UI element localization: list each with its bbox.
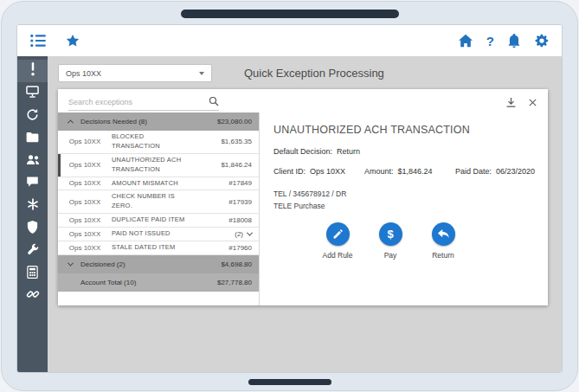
row-client: Ops 10XX <box>58 216 112 224</box>
sidebar-item-services[interactable] <box>17 195 48 217</box>
exception-row-selected[interactable]: Ops 10XX UNAUTHORIZED ACH TRANSACTION $1… <box>58 154 259 177</box>
sidebar-item-links[interactable] <box>17 285 48 307</box>
row-client: Ops 10XX <box>58 244 112 252</box>
wrench-icon <box>26 243 39 260</box>
return-label: Return <box>432 251 454 260</box>
sidebar-item-messages[interactable] <box>17 172 48 195</box>
toolbar-right-group: ? <box>458 33 550 48</box>
sidebar <box>17 56 48 372</box>
row-description: CHECK NUMBER IS ZERO. <box>112 192 186 211</box>
dollar-icon: $ <box>379 222 402 246</box>
alert-icon <box>30 62 35 80</box>
sidebar-item-alerts[interactable] <box>17 60 48 82</box>
exception-row[interactable]: Ops 10XX BLOCKED TRANSACTION $1,635.35 <box>58 131 259 154</box>
transaction-memo: TEL / 345678912 / DR TELE Purchase <box>273 189 534 212</box>
panel-body: Decisions Needed (8) $23,080.00 Ops 10XX… <box>58 112 548 305</box>
app-window: ? <box>16 24 563 373</box>
row-client: Ops 10XX <box>58 230 112 238</box>
monitor-icon <box>26 86 39 101</box>
account-selector[interactable]: Ops 10XX <box>58 64 212 82</box>
chat-icon <box>26 176 39 191</box>
help-icon[interactable]: ? <box>486 34 494 48</box>
row-client: Ops 10XX <box>58 138 112 145</box>
exception-row[interactable]: Ops 10XX CHECK NUMBER IS ZERO. #17939 <box>58 190 259 214</box>
row-value: #17939 <box>186 198 252 206</box>
exception-list: Decisions Needed (8) $23,080.00 Ops 10XX… <box>58 112 260 305</box>
sync-icon <box>26 108 39 125</box>
download-icon[interactable] <box>505 97 517 108</box>
chevron-up-icon <box>68 119 74 125</box>
chevron-down-icon <box>68 260 74 266</box>
pay-label: Pay <box>384 251 397 260</box>
asterisk-icon <box>27 198 39 214</box>
gear-icon[interactable] <box>534 33 550 48</box>
detail-actions: Add Rule $ Pay <box>273 222 534 260</box>
row-description: BLOCKED TRANSACTION <box>112 132 186 151</box>
tablet-top-speaker <box>181 10 399 18</box>
page-title: Quick Exception Processing <box>244 67 384 80</box>
row-description: UNAUTHORIZED ACH TRANSACTION <box>112 156 186 175</box>
return-button[interactable]: Return <box>428 222 459 260</box>
memo-line-1: TEL / 345678912 / DR <box>273 189 534 201</box>
home-icon[interactable] <box>458 34 473 48</box>
pencil-icon <box>326 222 350 246</box>
amount-label: Amount: <box>364 167 394 176</box>
sidebar-item-folders[interactable] <box>17 127 48 150</box>
content-header: Ops 10XX Quick Exception Processing <box>48 56 562 82</box>
tablet-frame: ? <box>1 1 578 391</box>
main-content: Ops 10XX Quick Exception Processing <box>48 56 562 372</box>
section-decisions-needed[interactable]: Decisions Needed (8) $23,080.00 <box>58 112 259 131</box>
folder-icon <box>26 131 39 146</box>
section-label: Decisions Needed (8) <box>80 118 147 125</box>
section-amount: $4,698.80 <box>221 260 252 268</box>
menu-icon[interactable] <box>29 34 47 48</box>
row-description: DUPLICATE PAID ITEM <box>112 215 186 225</box>
add-rule-button[interactable]: Add Rule <box>322 222 353 260</box>
amount-field: Amount: $1,846.24 <box>364 167 455 176</box>
row-value: (2) <box>186 230 243 238</box>
exception-row-group[interactable]: Ops 10XX PAID NOT ISSUED (2) <box>58 228 259 241</box>
pay-button[interactable]: $ Pay <box>375 222 406 260</box>
sidebar-item-tools[interactable] <box>17 240 48 262</box>
toolbar-left-group <box>29 33 80 48</box>
section-label: Account Total (10) <box>80 279 136 286</box>
row-description: AMOUNT MISMATCH <box>112 179 186 189</box>
link-icon <box>26 287 40 305</box>
calculator-icon <box>27 266 38 282</box>
exception-row[interactable]: Ops 10XX AMOUNT MISMATCH #17849 <box>58 177 259 191</box>
exception-detail: UNAUTHORIZED ACH TRANSACTION Default Dec… <box>260 112 548 305</box>
screenshot-stage: ? <box>0 0 579 392</box>
search-icon[interactable] <box>209 94 219 110</box>
client-id-label: Client ID: <box>273 167 306 176</box>
close-icon[interactable] <box>528 98 537 107</box>
exception-row[interactable]: Ops 10XX DUPLICATE PAID ITEM #18008 <box>58 214 259 228</box>
shield-icon <box>27 221 38 237</box>
section-account-total: Account Total (10) $27,778.80 <box>58 273 259 292</box>
row-client: Ops 10XX <box>58 179 112 187</box>
section-amount: $27,778.80 <box>217 279 252 286</box>
default-decision-row: Default Decision: Return <box>273 147 534 156</box>
sidebar-item-security[interactable] <box>17 217 48 240</box>
section-decisioned[interactable]: Decisioned (2) $4,698.80 <box>58 255 259 273</box>
amount-value: $1,846.24 <box>398 167 433 176</box>
panel-actions <box>505 97 537 108</box>
sidebar-item-monitor[interactable] <box>17 82 48 105</box>
panel-toolbar <box>58 89 548 112</box>
add-rule-label: Add Rule <box>323 251 353 260</box>
client-id-field: Client ID: Ops 10XX <box>273 167 364 176</box>
default-decision-value: Return <box>337 147 360 156</box>
client-id-value: Ops 10XX <box>310 167 345 176</box>
paid-date-label: Paid Date: <box>455 167 492 176</box>
users-icon <box>26 153 40 169</box>
default-decision-label: Default Decision: <box>273 147 332 156</box>
row-value: #17960 <box>186 244 252 252</box>
chevron-down-icon <box>199 72 204 75</box>
row-description: PAID NOT ISSUED <box>112 229 186 239</box>
search-input[interactable] <box>68 98 205 106</box>
exception-row[interactable]: Ops 10XX STALE DATED ITEM #17960 <box>58 241 259 255</box>
sidebar-item-users[interactable] <box>17 150 48 172</box>
bell-icon[interactable] <box>507 33 521 48</box>
sidebar-item-sync[interactable] <box>17 105 48 127</box>
favorites-star-icon[interactable] <box>65 33 80 48</box>
sidebar-item-calculator[interactable] <box>17 262 48 285</box>
